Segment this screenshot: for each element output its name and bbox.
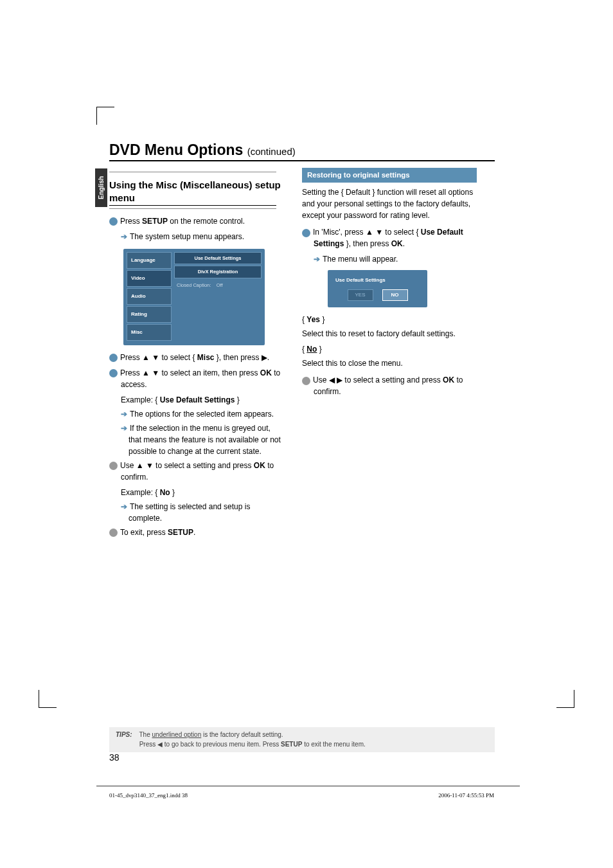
right-column: Restoring to original settings Setting t… — [302, 168, 477, 542]
step-4-result: ➔The setting is selected and setup is co… — [109, 501, 284, 524]
menu-tab-rating: Rating — [127, 306, 172, 323]
step-4-example: Example: { No } — [109, 487, 284, 498]
step-2: 2Press ▲ ▼ to select { Misc }, then pres… — [109, 352, 284, 363]
arrow-icon: ➔ — [121, 410, 127, 419]
step-badge-5: 5 — [109, 529, 118, 537]
main-content: DVD Menu Options (continued) Using the M… — [109, 141, 495, 542]
dialog-title: Use Default Settings — [333, 276, 422, 284]
menu-item-cc: Closed Caption: Off — [174, 280, 262, 291]
step-3-result1: ➔The options for the selected item appea… — [109, 408, 284, 420]
tips-box: TIPS: The underlined option is the facto… — [109, 727, 495, 752]
left-column: Using the Misc (Miscellaneous) setup men… — [109, 168, 284, 542]
step-badge-2: 2 — [302, 377, 310, 385]
arrow-icon: ➔ — [121, 502, 127, 511]
footer-source: 01-45_dvp3140_37_eng1.indd 38 — [109, 792, 188, 799]
restoring-intro: Setting the { Default } function will re… — [302, 186, 477, 221]
step-5: 5To exit, press SETUP. — [109, 527, 284, 538]
dialog-no-button: NO — [382, 289, 408, 301]
r-step-2: 2Use ◀ ▶ to select a setting and press O… — [302, 374, 477, 397]
r-step-1: 1In 'Misc', press ▲ ▼ to select { Use De… — [302, 226, 477, 249]
arrow-icon: ➔ — [121, 424, 127, 433]
setup-menu-screenshot: Language Video Audio Rating Misc Use Def… — [123, 249, 265, 345]
menu-tab-language: Language — [127, 252, 172, 269]
menu-item-use-default: Use Default Settings — [174, 252, 262, 264]
subsection-heading: Using the Misc (Miscellaneous) setup men… — [109, 179, 284, 204]
arrow-icon: ➔ — [121, 232, 127, 241]
step-badge-1: 1 — [109, 217, 118, 226]
dialog-yes-button: YES — [348, 289, 373, 301]
footer-date: 2006-11-07 4:55:53 PM — [438, 792, 494, 799]
step-4: 4Use ▲ ▼ to select a setting and press O… — [109, 460, 284, 483]
step-badge-1: 1 — [302, 229, 310, 237]
step-3-example: Example: { Use Default Settings } — [109, 394, 284, 406]
section-subtitle: (continued) — [247, 146, 296, 157]
step-3: 3Press ▲ ▼ to select an item, then press… — [109, 367, 284, 390]
menu-tab-video: Video — [127, 270, 172, 287]
menu-tab-audio: Audio — [127, 288, 172, 305]
r-step-1-result: ➔The menu will appear. — [302, 253, 477, 265]
step-1: 1Press SETUP on the remote control. — [109, 215, 284, 227]
step-1-result: ➔The system setup menu appears. — [109, 231, 284, 242]
menu-tab-misc: Misc — [127, 324, 172, 341]
option-yes: { Yes } — [302, 314, 477, 325]
step-badge-4: 4 — [109, 462, 118, 470]
page-number: 38 — [109, 752, 120, 763]
option-no: { No } — [302, 343, 477, 355]
default-dialog-screenshot: Use Default Settings YES NO — [328, 270, 427, 307]
section-title: DVD Menu Options — [109, 141, 247, 158]
arrow-icon: ➔ — [314, 255, 320, 264]
step-3-result2: ➔If the selection in the menu is greyed … — [109, 422, 284, 457]
option-no-body: Select this to close the menu. — [302, 357, 477, 369]
tips-label: TIPS: — [116, 731, 132, 738]
info-bar-restoring: Restoring to original settings — [302, 168, 477, 183]
step-badge-2: 2 — [109, 354, 118, 362]
step-badge-3: 3 — [109, 369, 118, 377]
menu-item-divx: DivX Registration — [174, 266, 262, 278]
language-tab: English — [95, 168, 107, 207]
option-yes-body: Select this to reset to factory default … — [302, 328, 477, 339]
